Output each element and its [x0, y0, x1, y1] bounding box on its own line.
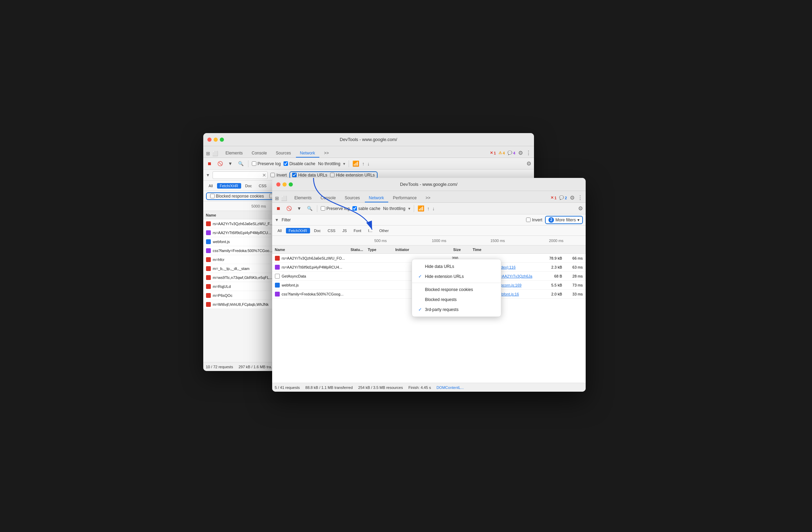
- back-inspector-icon: ⬜: [212, 151, 218, 158]
- dropdown-hide-data-urls[interactable]: Hide data URLs: [412, 261, 501, 271]
- front-download-icon[interactable]: ↓: [432, 206, 435, 211]
- front-tab-sources[interactable]: Sources: [341, 194, 364, 202]
- back-row-2-icon: [206, 239, 211, 244]
- back-status-requests: 10 / 72 requests: [206, 365, 233, 369]
- front-disable-cache-checkbox[interactable]: [352, 206, 357, 211]
- front-tab-network[interactable]: Network: [365, 194, 388, 202]
- front-status-finish: Finish: 4.45 s: [408, 385, 431, 390]
- front-minimize-btn[interactable]: [282, 182, 287, 187]
- front-tick-2: 1000 ms: [410, 239, 469, 243]
- back-type-xhr[interactable]: Fetch/XHR: [217, 183, 241, 189]
- back-tab-network[interactable]: Network: [296, 149, 319, 158]
- front-more-icon[interactable]: ⋮: [577, 194, 583, 201]
- back-filter-clear[interactable]: ✕: [262, 172, 266, 178]
- back-stop-btn[interactable]: ⏹: [206, 160, 214, 168]
- front-tab-console[interactable]: Console: [317, 194, 340, 202]
- front-timeline: 500 ms 1000 ms 1500 ms 2000 ms: [272, 236, 586, 245]
- back-titlebar: DevTools - www.google.com/: [203, 133, 534, 146]
- front-type-img[interactable]: I...: [366, 228, 375, 233]
- front-preserve-log-label[interactable]: Preserve log: [321, 206, 350, 211]
- back-close-btn[interactable]: [207, 138, 212, 142]
- back-row-1-icon: [206, 230, 211, 235]
- front-filter-icon: ▼: [275, 218, 279, 222]
- front-status-transferred: 88.8 kB / 1.1 MB transferred: [305, 385, 353, 390]
- dropdown-blocked-requests[interactable]: Blocked requests: [412, 294, 501, 304]
- back-settings2-icon[interactable]: ⚙: [526, 160, 531, 167]
- front-settings2-icon[interactable]: ⚙: [578, 205, 583, 212]
- back-minimize-btn[interactable]: [214, 138, 218, 142]
- front-type-filter-bar: All Fetch/XHR Doc CSS JS Font I... Other: [272, 225, 586, 236]
- back-filter-input-wrap: ✕: [213, 171, 268, 179]
- back-divider1: [248, 160, 248, 167]
- back-disable-cache-label[interactable]: Disable cache: [284, 161, 315, 166]
- front-more-filters-btn[interactable]: 2 More filters ▾: [545, 216, 583, 224]
- back-hide-data-urls-label[interactable]: Hide data URLs: [292, 173, 327, 178]
- front-stop-btn[interactable]: ⏹: [275, 205, 282, 212]
- front-close-btn[interactable]: [276, 182, 280, 187]
- back-preserve-log-label[interactable]: Preserve log: [252, 161, 281, 166]
- back-type-doc[interactable]: Doc: [243, 183, 255, 189]
- back-filter-input[interactable]: [213, 171, 268, 179]
- front-network-header: Name Statu... Type Initiator Size Time: [272, 245, 586, 254]
- dropdown-third-party[interactable]: ✓ 3rd-party requests: [412, 304, 501, 314]
- front-maximize-btn[interactable]: [289, 182, 293, 187]
- front-type-font[interactable]: Font: [351, 228, 364, 233]
- back-invert-checkbox[interactable]: [270, 173, 275, 177]
- back-disable-cache-checkbox[interactable]: [284, 161, 288, 166]
- back-maximize-btn[interactable]: [220, 138, 224, 142]
- front-devtools-icon: ⊞: [275, 195, 279, 202]
- back-settings-icon[interactable]: ⚙: [518, 150, 523, 156]
- back-hide-data-urls-checkbox[interactable]: [292, 173, 297, 177]
- front-type-doc[interactable]: Doc: [311, 228, 324, 233]
- front-divider1: [317, 205, 317, 212]
- back-warning-badge: ⚠ 4: [498, 151, 505, 155]
- back-type-all[interactable]: All: [206, 183, 216, 189]
- back-filter-btn[interactable]: ▼: [227, 160, 234, 168]
- front-tab-performance[interactable]: Performance: [389, 194, 421, 202]
- front-type-xhr[interactable]: Fetch/XHR: [286, 228, 310, 233]
- front-type-all[interactable]: All: [275, 228, 285, 233]
- front-clear-btn[interactable]: 🚫: [285, 205, 293, 212]
- back-row-3-icon: [206, 248, 211, 253]
- back-throttle-select[interactable]: No throttling: [318, 161, 340, 166]
- front-disable-cache-label[interactable]: sable cache: [352, 206, 380, 211]
- front-window-title: DevTools - www.google.com/: [400, 182, 458, 187]
- back-preserve-log-checkbox[interactable]: [252, 161, 256, 166]
- back-upload-icon[interactable]: ↑: [362, 161, 364, 167]
- back-wifi-icon: 📶: [352, 160, 359, 167]
- front-row-1-icon: [275, 265, 280, 270]
- front-filter-btn[interactable]: ▼: [296, 205, 303, 212]
- back-search-btn[interactable]: 🔍: [237, 160, 245, 168]
- dropdown-blocked-cookies[interactable]: Blocked response cookies: [412, 284, 501, 294]
- front-throttle-select[interactable]: No throttling: [383, 206, 405, 211]
- back-tab-elements[interactable]: Elements: [222, 149, 247, 158]
- back-tab-sources[interactable]: Sources: [272, 149, 295, 158]
- back-clear-btn[interactable]: 🚫: [216, 160, 224, 168]
- front-invert-checkbox[interactable]: [526, 218, 531, 222]
- front-type-other[interactable]: Other: [377, 228, 392, 233]
- back-hide-ext-urls-label[interactable]: Hide extension URLs: [330, 173, 375, 178]
- back-window-title: DevTools - www.google.com/: [340, 137, 397, 142]
- back-download-icon[interactable]: ↓: [367, 161, 370, 167]
- front-preserve-log-checkbox[interactable]: [321, 206, 325, 211]
- front-invert-label[interactable]: Invert: [526, 218, 542, 222]
- front-tab-elements[interactable]: Elements: [290, 194, 316, 202]
- back-more-icon[interactable]: ⋮: [526, 150, 531, 156]
- back-throttle-arrow: ▾: [343, 161, 345, 166]
- back-tab-console[interactable]: Console: [248, 149, 271, 158]
- front-type-js[interactable]: JS: [340, 228, 350, 233]
- back-tab-more[interactable]: >>: [320, 149, 333, 158]
- back-filter-icon: ▼: [206, 173, 210, 178]
- front-type-css[interactable]: CSS: [325, 228, 338, 233]
- front-settings-icon[interactable]: ⚙: [570, 194, 575, 201]
- front-tab-more[interactable]: >>: [421, 194, 434, 202]
- front-more-filters-container: 2 More filters ▾: [545, 216, 583, 224]
- dropdown-hide-ext-urls[interactable]: ✓ Hide extension URLs: [412, 271, 501, 281]
- back-hide-ext-urls-checkbox[interactable]: [330, 173, 335, 177]
- back-blocked-cookies-label[interactable]: Blocked response cookies: [210, 194, 264, 199]
- front-upload-icon[interactable]: ↑: [427, 206, 430, 211]
- back-blocked-cookies-checkbox[interactable]: [210, 194, 215, 198]
- front-search-btn[interactable]: 🔍: [306, 205, 314, 212]
- back-invert-label[interactable]: Invert: [270, 173, 287, 178]
- back-type-css[interactable]: CSS: [256, 183, 269, 189]
